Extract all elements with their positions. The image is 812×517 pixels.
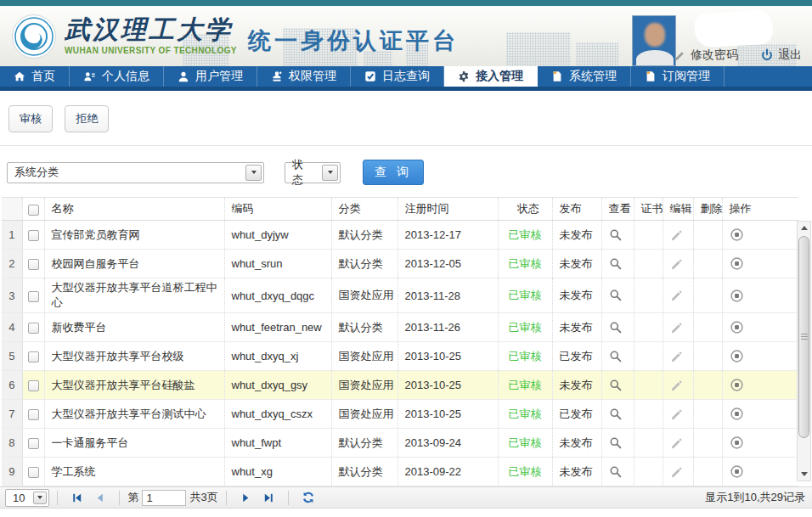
cell-regtime: 2013-11-28 — [398, 278, 498, 313]
row-checkbox[interactable] — [28, 323, 39, 334]
row-checkbox[interactable] — [28, 259, 39, 270]
search-button[interactable]: 查 询 — [363, 160, 424, 185]
view-icon[interactable] — [609, 228, 623, 242]
select-all-checkbox[interactable] — [28, 205, 39, 216]
cell-status: 已审核 — [498, 371, 552, 400]
cell-cert — [634, 342, 663, 371]
nav-tab-users[interactable]: 用户管理 — [164, 66, 257, 87]
nav-tab-system[interactable]: 系统管理 — [538, 66, 631, 87]
cell-delete — [693, 250, 722, 278]
user-avatar[interactable] — [632, 15, 676, 66]
page-number-input[interactable] — [142, 490, 186, 506]
row-checkbox[interactable] — [28, 409, 39, 420]
view-icon[interactable] — [609, 465, 623, 479]
edit-icon[interactable] — [670, 289, 683, 302]
col-status: 状态 — [498, 198, 552, 221]
view-icon[interactable] — [609, 289, 623, 302]
status-dropdown-button[interactable] — [322, 165, 338, 181]
view-icon[interactable] — [609, 436, 623, 450]
cell-edit — [663, 458, 693, 486]
cell-edit — [663, 278, 693, 313]
nav-tab-permissions[interactable]: 权限管理 — [257, 66, 351, 87]
operation-icon[interactable] — [730, 407, 744, 421]
operation-icon[interactable] — [730, 436, 744, 450]
view-icon[interactable] — [609, 321, 623, 334]
edit-icon[interactable] — [670, 258, 683, 271]
view-icon[interactable] — [609, 350, 623, 363]
avatar-shirt — [636, 50, 674, 66]
table-row: 8一卡通服务平台whut_fwpt默认分类2013-09-24已审核未发布 — [2, 429, 798, 458]
cell-status: 已审核 — [498, 400, 552, 429]
cell-code: whut_dyjyw — [224, 221, 331, 250]
cell-view — [601, 250, 634, 278]
row-checkbox[interactable] — [28, 291, 39, 302]
audit-button[interactable]: 审核 — [8, 105, 53, 132]
view-icon[interactable] — [609, 379, 623, 392]
cell-publish: 未发布 — [552, 278, 601, 313]
view-icon[interactable] — [609, 407, 623, 421]
operation-icon[interactable] — [730, 289, 744, 303]
prev-page-button[interactable] — [93, 492, 106, 504]
cell-publish: 未发布 — [552, 458, 601, 486]
operation-icon[interactable] — [730, 228, 744, 242]
change-password-link[interactable]: 修改密码 — [674, 48, 738, 63]
nav-tab-access[interactable]: 接入管理 — [444, 66, 538, 87]
view-icon[interactable] — [609, 257, 623, 271]
log-icon — [364, 70, 376, 82]
nav-tab-profile[interactable]: 个人信息 — [70, 66, 164, 87]
home-icon — [14, 70, 25, 82]
pagination-bar: 10 第 共3页 显示1到10,共29记录 — [0, 486, 812, 509]
page-size-dropdown-button[interactable] — [33, 492, 47, 504]
table-scrollbar[interactable] — [797, 221, 811, 481]
next-page-button[interactable] — [240, 492, 252, 504]
nav-tab-logs[interactable]: 日志查询 — [351, 66, 444, 87]
operation-icon[interactable] — [730, 349, 744, 363]
page-size-select[interactable]: 10 — [5, 489, 49, 507]
row-checkbox[interactable] — [28, 380, 39, 391]
nav-tab-label: 系统管理 — [569, 69, 617, 84]
nav-tab-label: 接入管理 — [476, 69, 523, 84]
power-icon — [760, 48, 774, 62]
row-checkbox[interactable] — [28, 230, 39, 241]
category-select[interactable]: 系统分类 — [7, 162, 264, 183]
operation-icon[interactable] — [730, 378, 744, 392]
first-page-button[interactable] — [70, 492, 83, 504]
cell-code: whut_dxyq_dqgc — [224, 278, 331, 313]
edit-icon[interactable] — [670, 408, 683, 421]
cell-category: 国资处应用 — [331, 278, 398, 313]
edit-icon[interactable] — [670, 229, 683, 242]
category-dropdown-button[interactable] — [245, 165, 262, 181]
cell-cert — [634, 313, 663, 342]
cell-edit — [663, 250, 693, 278]
edit-icon[interactable] — [670, 379, 683, 392]
nav-tab-subscriptions[interactable]: 订阅管理 — [631, 66, 725, 87]
operation-icon[interactable] — [730, 464, 744, 479]
row-number: 3 — [2, 278, 22, 313]
cell-operation — [722, 429, 798, 458]
row-checkbox[interactable] — [28, 467, 39, 478]
edit-icon[interactable] — [670, 466, 683, 479]
pager-separator — [288, 491, 289, 505]
university-name-block: 武汉理工大学 WUHAN UNIVERSITY OF TECHNOLOGY — [65, 15, 237, 55]
edit-icon[interactable] — [670, 437, 683, 450]
refresh-button[interactable] — [302, 491, 315, 504]
row-number: 1 — [2, 221, 22, 250]
scroll-up-arrow[interactable] — [798, 222, 810, 234]
reject-button[interactable]: 拒绝 — [65, 105, 109, 132]
nav-tab-home[interactable]: 首页 — [0, 66, 70, 87]
operation-icon[interactable] — [730, 256, 744, 271]
scroll-down-arrow[interactable] — [798, 468, 810, 480]
operation-icon[interactable] — [730, 320, 744, 334]
cell-view — [601, 371, 634, 400]
status-select[interactable]: 状态 — [285, 162, 341, 183]
edit-icon[interactable] — [670, 322, 683, 334]
cell-delete — [693, 400, 722, 429]
scrollbar-thumb[interactable] — [798, 236, 809, 438]
row-checkbox[interactable] — [28, 351, 39, 362]
logout-link[interactable]: 退出 — [760, 48, 802, 63]
edit-icon[interactable] — [670, 351, 683, 363]
row-checkbox[interactable] — [28, 438, 39, 449]
cell-operation — [722, 458, 798, 486]
last-page-button[interactable] — [262, 492, 275, 504]
university-name-en: WUHAN UNIVERSITY OF TECHNOLOGY — [65, 46, 237, 55]
